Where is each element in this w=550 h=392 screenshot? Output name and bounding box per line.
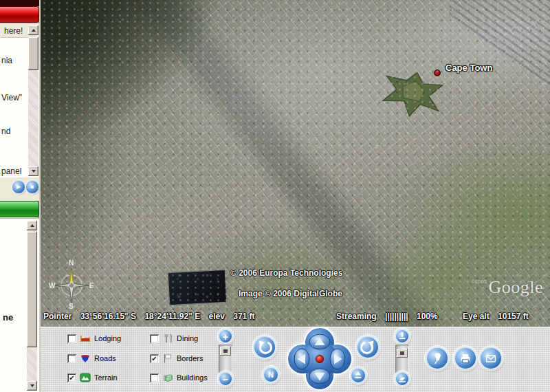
- eye-alt-value: 10157 ft: [498, 312, 529, 321]
- tilt-bottom-button[interactable]: [395, 371, 410, 386]
- sidebar-text-fragment: ne: [3, 312, 13, 323]
- checkbox[interactable]: [150, 373, 159, 382]
- layers-panel-header[interactable]: [0, 201, 39, 217]
- pan-dpad[interactable]: [287, 327, 353, 391]
- copyright-line-1: © 2006 Europa Technologies: [230, 268, 342, 278]
- sidebar-text-fragment: View": [1, 93, 22, 102]
- rotate-cw-button[interactable]: [356, 336, 380, 359]
- terrain-icon: [80, 373, 91, 382]
- watermark-year: ©2005: [471, 279, 487, 284]
- scroll-down-button[interactable]: [27, 381, 37, 391]
- layer-label: Terrain: [94, 373, 118, 382]
- railyard-texture: [443, 0, 550, 103]
- layer-label: Roads: [94, 354, 116, 362]
- compass-west-label: W: [49, 282, 56, 290]
- tilt-reset-button[interactable]: [350, 367, 366, 384]
- layer-label: Dining: [177, 334, 198, 342]
- triangle-up-icon: [30, 224, 34, 227]
- pan-down-button[interactable]: [309, 369, 330, 384]
- dpad-center-dot[interactable]: [316, 356, 324, 363]
- pan-left-button[interactable]: [294, 349, 309, 369]
- layers-scrollbar[interactable]: [27, 221, 37, 391]
- scroll-up-button[interactable]: [27, 221, 37, 230]
- stop-icon: ■: [31, 184, 34, 190]
- buildings-icon: [162, 373, 173, 382]
- sidebar-text-fragment: here!: [4, 26, 23, 36]
- places-scrollbar[interactable]: [28, 25, 38, 176]
- layer-toggle-roads[interactable]: Roads: [67, 353, 116, 364]
- compass-south-label: S: [69, 303, 74, 309]
- checkbox[interactable]: [67, 354, 76, 363]
- north-label: N: [268, 371, 274, 379]
- layer-label: Borders: [177, 354, 204, 362]
- tilt-top-button[interactable]: [395, 329, 410, 344]
- checkbox[interactable]: [67, 334, 76, 343]
- triangle-down-icon: [32, 170, 36, 173]
- layer-toggle-terrain[interactable]: ✔ Terrain: [67, 372, 118, 383]
- eye-alt-label: Eye alt: [463, 312, 490, 321]
- google-watermark: ©2005Google: [471, 277, 543, 298]
- checkbox[interactable]: ✔: [150, 354, 159, 363]
- compass-rose: N E S W: [49, 259, 94, 309]
- scrollbar-thumb[interactable]: [27, 232, 37, 347]
- layers-panel: ne: [0, 218, 39, 392]
- play-tour-button[interactable]: ▶: [12, 180, 25, 194]
- tilt-slider-track[interactable]: [395, 345, 409, 373]
- map-viewport[interactable]: Cape Town N E S W © 2006 Europa Technolo…: [41, 0, 550, 327]
- sidebar-text-fragment: nd: [1, 127, 10, 136]
- north-button[interactable]: N: [263, 367, 279, 383]
- places-panel-header[interactable]: [0, 6, 39, 23]
- zoom-in-button[interactable]: +: [218, 329, 233, 344]
- printer-icon: [457, 350, 474, 367]
- sidebar-top-strip: [0, 0, 39, 6]
- rotate-ccw-icon: [256, 338, 274, 356]
- layer-toggle-lodging[interactable]: Lodging: [67, 333, 121, 344]
- sidebar-text-fragment: nia: [1, 56, 12, 65]
- compass-east-label: E: [89, 282, 94, 290]
- road-shield-icon: [80, 353, 91, 363]
- copyright-line-2: Image © 2006 DigitalGlobe: [239, 289, 342, 298]
- zoom-slider-track[interactable]: [219, 345, 232, 373]
- placemark-dot[interactable]: [434, 69, 441, 76]
- placemark-label[interactable]: Cape Town: [446, 63, 492, 73]
- checkbox[interactable]: [150, 334, 159, 343]
- email-button[interactable]: [479, 347, 503, 370]
- dining-icon: [162, 334, 173, 343]
- elev-label: elev: [209, 312, 225, 321]
- places-panel: here! nia View" nd panel: [0, 23, 39, 177]
- tilt-slider-thumb[interactable]: [397, 349, 408, 358]
- streaming-bars-icon: ||||||||||: [385, 312, 408, 321]
- layer-label: Lodging: [94, 334, 121, 342]
- checkbox[interactable]: ✔: [67, 373, 76, 382]
- scrollbar-thumb[interactable]: [28, 37, 38, 70]
- eye-alt-status: Eye alt 10157 ft: [463, 312, 535, 321]
- triangle-up-icon: [32, 29, 36, 32]
- scroll-down-button[interactable]: [28, 166, 38, 176]
- pushpin-icon: [429, 350, 446, 367]
- bed-icon: [80, 334, 91, 343]
- sidebar: here! nia View" nd panel ▶ ■ ne: [0, 0, 39, 392]
- google-logo: Google: [488, 277, 543, 297]
- layer-toggle-borders[interactable]: ✔ Borders: [150, 353, 204, 364]
- pan-up-button[interactable]: [309, 334, 330, 349]
- pan-right-button[interactable]: [330, 349, 345, 369]
- print-button[interactable]: [454, 347, 477, 370]
- play-icon: ▶: [16, 184, 21, 190]
- streaming-status: Streaming |||||||||| 100%: [336, 312, 444, 321]
- tilt-reset-icon: [351, 369, 365, 382]
- email-icon: [483, 350, 499, 367]
- layer-toggle-dining[interactable]: Dining: [150, 333, 198, 344]
- reservoir-landmark: [168, 270, 227, 305]
- elev-value: 371 ft: [233, 312, 254, 321]
- pointer-latitude: 33°56'16.15" S: [80, 312, 136, 321]
- zoom-slider-thumb[interactable]: [220, 347, 231, 356]
- scroll-up-button[interactable]: [28, 25, 38, 35]
- add-placemark-button[interactable]: [426, 347, 449, 370]
- plus-icon: +: [223, 331, 229, 342]
- zoom-out-button[interactable]: −: [218, 371, 233, 386]
- stop-tour-button[interactable]: ■: [25, 180, 39, 194]
- pointer-status: Pointer 33°56'16.15" S 18°24'11.92" E el…: [43, 312, 261, 321]
- rotate-cw-icon: [359, 338, 377, 356]
- layer-toggle-buildings[interactable]: Buildings: [150, 372, 208, 383]
- rotate-ccw-button[interactable]: [253, 336, 276, 359]
